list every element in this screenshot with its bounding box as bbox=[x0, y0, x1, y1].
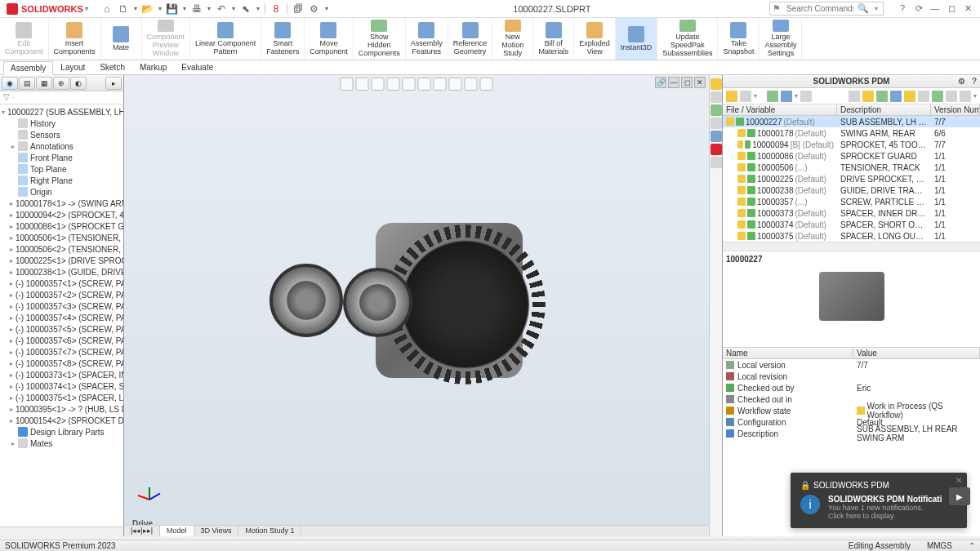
expand-icon[interactable]: ▸ bbox=[10, 257, 13, 264]
ribbon-bill-of[interactable]: Bill of Materials bbox=[533, 18, 574, 60]
tree-item[interactable]: ▸(-) 10000357<4> (SCREW, PARTICL bbox=[0, 312, 123, 323]
expand-icon[interactable]: ▸ bbox=[10, 394, 13, 402]
pdm-tab-icon[interactable] bbox=[710, 78, 722, 90]
pdm-prop-header[interactable]: Name Value bbox=[723, 348, 980, 359]
open-icon[interactable]: 📂 bbox=[140, 2, 155, 16]
new-icon[interactable]: 🗋 bbox=[116, 2, 131, 16]
expand-icon[interactable]: ▸ bbox=[10, 383, 13, 390]
pdm-undo-icon[interactable] bbox=[800, 91, 812, 102]
motion-tab[interactable]: Model bbox=[160, 526, 194, 536]
expand-icon[interactable]: ▸ bbox=[10, 326, 13, 333]
pdm-i8-icon[interactable] bbox=[946, 91, 957, 102]
ribbon-insert[interactable]: Insert Components bbox=[49, 18, 101, 60]
expand-icon[interactable]: ▸ bbox=[10, 246, 13, 253]
tree-item[interactable]: ▸(-) 10000357<5> (SCREW, PARTICL bbox=[0, 323, 123, 335]
tree-item[interactable]: History bbox=[0, 118, 123, 129]
expand-icon[interactable]: ▸ bbox=[10, 314, 13, 322]
search-icon[interactable]: 🔍 bbox=[857, 3, 870, 14]
tree-tab-dim[interactable]: ⊕ bbox=[53, 77, 69, 90]
expand-icon[interactable]: ▸ bbox=[10, 234, 13, 242]
tree-item[interactable]: Right Plane bbox=[0, 175, 123, 186]
pdm-col-file[interactable]: File / Variable bbox=[723, 104, 837, 115]
expand-icon[interactable]: ▸ bbox=[10, 371, 13, 379]
pdm-i7-icon[interactable] bbox=[932, 91, 943, 102]
ribbon-mate[interactable]: Mate bbox=[101, 18, 142, 60]
pdm-refresh-icon[interactable] bbox=[726, 91, 737, 102]
custom-props-tab-icon[interactable] bbox=[710, 157, 722, 168]
print-icon[interactable]: 🖶 bbox=[189, 2, 204, 16]
tree-item[interactable]: ▸Mates bbox=[0, 438, 123, 449]
ribbon-instant3d[interactable]: Instant3D bbox=[616, 18, 658, 60]
zoom-area-icon[interactable] bbox=[356, 78, 369, 91]
apply-scene-icon[interactable] bbox=[465, 78, 478, 91]
tree-item[interactable]: ▸(-) 10000357<1> (SCREW, PARTICL bbox=[0, 278, 123, 289]
resources-tab-icon[interactable] bbox=[710, 91, 722, 103]
expand-icon[interactable]: ▸ bbox=[10, 200, 13, 207]
tree-hscroll[interactable] bbox=[0, 527, 123, 536]
undo-icon[interactable]: ↶ bbox=[214, 2, 229, 16]
expand-icon[interactable]: ▸ bbox=[10, 360, 13, 367]
expand-icon[interactable]: ▸ bbox=[10, 417, 13, 424]
prev-view-icon[interactable] bbox=[372, 78, 385, 91]
settings-icon[interactable]: ⚙ bbox=[307, 2, 322, 16]
ribbon-take[interactable]: Take Snapshot bbox=[718, 18, 760, 60]
status-units[interactable]: MMGS bbox=[927, 541, 952, 550]
display-style-icon[interactable] bbox=[418, 78, 431, 91]
ribbon-assembly[interactable]: Assembly Features bbox=[406, 18, 448, 60]
select-icon[interactable]: ⬉ bbox=[238, 2, 253, 16]
home-icon[interactable]: ⌂ bbox=[100, 2, 114, 16]
ribbon-component[interactable]: Component Preview Window bbox=[142, 18, 191, 60]
tab-sketch[interactable]: Sketch bbox=[92, 60, 132, 74]
tree-tab-display[interactable]: ◐ bbox=[70, 77, 87, 90]
tree-filter[interactable]: ▽ · bbox=[0, 91, 123, 104]
tree-item[interactable]: ▸10000225<1> (DRIVE SPROCKET, TR bbox=[0, 255, 123, 266]
toast-close-icon[interactable]: ✕ bbox=[956, 476, 962, 485]
ribbon-show[interactable]: Show Hidden Components bbox=[354, 18, 406, 60]
pdm-settings-icon[interactable]: ⚙ bbox=[958, 77, 965, 86]
ribbon-reference[interactable]: Reference Geometry bbox=[448, 18, 493, 60]
tree-item[interactable]: ▸Annotations bbox=[0, 140, 123, 152]
tree-item[interactable]: ▸(-) 10000357<6> (SCREW, PARTICL bbox=[0, 335, 123, 346]
tree-item[interactable]: Top Plane bbox=[0, 163, 123, 175]
pdm-row[interactable]: 10000238 (Default)GUIDE, DRIVE TRACK SPR… bbox=[723, 184, 980, 196]
ribbon-edit[interactable]: Edit Component bbox=[0, 18, 49, 60]
edit-appearance-icon[interactable] bbox=[449, 78, 462, 91]
close-icon[interactable]: ✕ bbox=[962, 3, 973, 14]
appearances-tab-icon[interactable] bbox=[710, 144, 722, 155]
expand-icon[interactable]: ▸ bbox=[10, 303, 13, 310]
tree-item[interactable]: Design Library Parts bbox=[0, 426, 123, 438]
view-settings-icon[interactable] bbox=[480, 78, 493, 91]
ribbon-exploded[interactable]: Exploded View bbox=[574, 18, 616, 60]
pdm-prop-col-value[interactable]: Value bbox=[853, 348, 980, 358]
tab-layout[interactable]: Layout bbox=[53, 60, 92, 74]
tree-tab-config[interactable]: ▦ bbox=[36, 77, 52, 90]
pdm-help-icon[interactable]: ? bbox=[972, 77, 977, 86]
pdm-i5-icon[interactable] bbox=[904, 91, 915, 102]
tree-item[interactable]: ▸10000154<2> (SPROCKET DEBRIS C bbox=[0, 415, 123, 426]
expand-icon[interactable]: ▸ bbox=[10, 280, 13, 287]
command-search[interactable]: ⚑ 🔍 ▾ bbox=[769, 2, 884, 16]
play-icon[interactable]: ▶ bbox=[949, 487, 970, 505]
view-palette-tab-icon[interactable] bbox=[710, 131, 722, 142]
design-lib-tab-icon[interactable] bbox=[710, 104, 722, 116]
save-icon[interactable]: 💾 bbox=[165, 2, 180, 16]
expand-icon[interactable]: ▸ bbox=[10, 211, 13, 219]
pdm-row[interactable]: 10000178 (Default)SWING ARM, REAR6/6 bbox=[723, 127, 980, 139]
pdm-checkin-icon[interactable] bbox=[781, 91, 792, 102]
tree-item[interactable]: ▸(-) 10000357<8> (SCREW, PARTICL bbox=[0, 358, 123, 369]
motion-tab[interactable]: Motion Study 1 bbox=[238, 526, 301, 536]
tree-item[interactable]: ▸(-) 10000373<1> (SPACER, INNER D bbox=[0, 369, 123, 380]
pdm-hscroll[interactable] bbox=[723, 242, 980, 251]
expand-icon[interactable]: ▸ bbox=[11, 440, 18, 447]
expand-icon[interactable]: ▸ bbox=[10, 223, 13, 230]
pdm-list-icon[interactable] bbox=[862, 91, 874, 102]
ribbon-large[interactable]: Large Assembly Settings bbox=[760, 18, 802, 60]
tree-item[interactable]: ▸10000178<1> -> (SWING ARM, REA bbox=[0, 198, 123, 209]
pdm-col-ver[interactable]: Version Number bbox=[931, 104, 980, 115]
tree-item[interactable]: ▸10000506<2> (TENSIONER, TRACK) bbox=[0, 243, 123, 255]
tree-item[interactable]: ▸(-) 10000375<1> (SPACER, LONG O bbox=[0, 392, 123, 403]
pdm-i4-icon[interactable] bbox=[890, 91, 902, 102]
pdm-row[interactable]: 10000094 [B] (Default)SPROCKET, 45 TOOTH… bbox=[723, 139, 980, 150]
options-icon[interactable]: 🗐 bbox=[291, 2, 305, 16]
tree-item[interactable]: ▸10000395<1> -> ? (HUB, LS DRIVE S bbox=[0, 403, 123, 415]
